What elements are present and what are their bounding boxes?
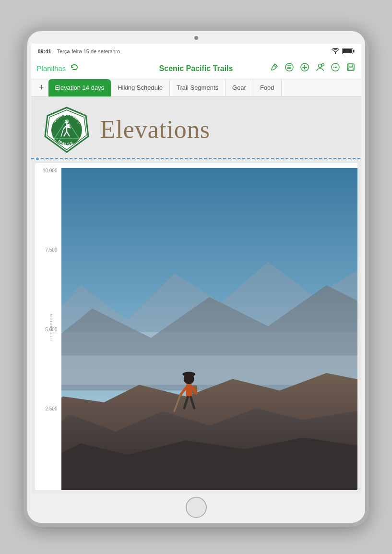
svg-rect-2 [343, 49, 352, 53]
more-icon[interactable] [331, 62, 340, 74]
chart-area: ELEVATION 10.000 7.500 5.000 2.500 [35, 163, 357, 490]
tab-hiking-schedule[interactable]: Hiking Schedule [111, 79, 170, 96]
add-object-icon[interactable] [300, 62, 309, 74]
y-tick-7500: 7.500 [45, 247, 57, 253]
doc-title: Scenic Pacific Trails [159, 64, 233, 72]
y-axis-title: ELEVATION [48, 313, 53, 340]
svg-rect-43 [186, 384, 191, 397]
tab-elevation[interactable]: Elevation 14 days [48, 79, 111, 96]
wifi-icon [332, 48, 339, 55]
svg-point-49 [182, 372, 195, 377]
camera-dot [194, 36, 198, 40]
y-tick-10000: 10.000 [43, 168, 58, 173]
status-right [332, 48, 355, 55]
sheet-title: Elevations [100, 115, 211, 144]
collaborate-icon[interactable] [315, 62, 325, 74]
svg-rect-1 [353, 49, 355, 52]
logo-badge: SCENIC PACIFIC TRAILS 9 [43, 105, 91, 153]
tab-trail-segments[interactable]: Trail Segments [170, 79, 226, 96]
status-date: Terça-feira 15 de setembro [57, 48, 120, 54]
y-tick-2500: 2.500 [45, 406, 57, 411]
toolbar-right [252, 62, 356, 74]
tab-add-button[interactable]: + [35, 81, 48, 95]
save-icon[interactable] [346, 62, 356, 74]
svg-point-14 [333, 67, 334, 68]
svg-rect-19 [348, 68, 353, 70]
status-bar: 09:41 Terça-feira 15 de setembro [31, 44, 361, 58]
mountain-photo [61, 168, 357, 490]
tab-food[interactable]: Food [253, 79, 282, 96]
ipad-frame: 09:41 Terça-feira 15 de setembro [24, 27, 369, 527]
tabs-bar: + Elevation 14 days Hiking Schedule Trai… [31, 79, 361, 96]
svg-rect-18 [349, 64, 353, 67]
home-button[interactable] [186, 497, 207, 518]
tab-gear[interactable]: Gear [226, 79, 253, 96]
back-label[interactable]: Planilhas [37, 64, 66, 72]
selection-line [31, 158, 361, 159]
toolbar: Planilhas Scenic Pacific Trails [31, 58, 361, 79]
status-time: 09:41 [38, 48, 51, 54]
chart-plot [61, 163, 357, 490]
svg-point-11 [318, 64, 321, 68]
battery-icon [342, 48, 355, 55]
toolbar-left: Planilhas [37, 62, 141, 74]
markup-icon[interactable] [269, 62, 279, 74]
format-icon[interactable] [285, 62, 294, 74]
undo-icon[interactable] [70, 62, 79, 74]
y-axis: ELEVATION 10.000 7.500 5.000 2.500 [35, 163, 61, 490]
selection-handle[interactable] [35, 157, 40, 161]
sheet-header: SCENIC PACIFIC TRAILS 9 Elevations [31, 96, 361, 159]
svg-line-3 [274, 65, 276, 67]
toolbar-center: Scenic Pacific Trails [144, 64, 248, 73]
screen: 09:41 Terça-feira 15 de setembro [31, 44, 361, 494]
svg-point-15 [334, 67, 335, 68]
svg-point-16 [336, 67, 337, 68]
main-content: SCENIC PACIFIC TRAILS 9 Elevations [31, 96, 361, 494]
